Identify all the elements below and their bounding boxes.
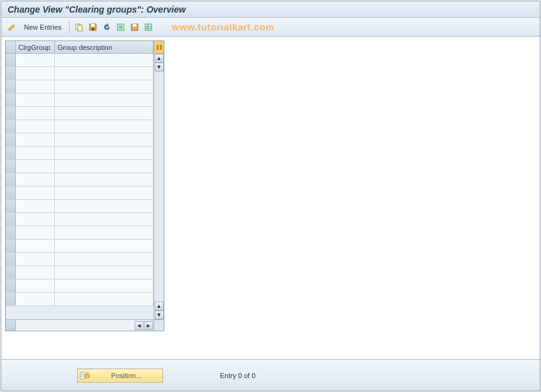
cell-description[interactable]	[55, 133, 154, 146]
cell-description[interactable]	[55, 293, 154, 305]
table-row[interactable]	[6, 120, 154, 133]
cell-clrggroup[interactable]	[16, 253, 55, 266]
table-row[interactable]	[6, 54, 154, 67]
row-selector[interactable]	[6, 213, 16, 226]
cell-clrggroup[interactable]	[16, 173, 55, 186]
table-row[interactable]	[6, 187, 154, 200]
column-header-description[interactable]: Group description	[55, 41, 154, 53]
cell-clrggroup[interactable]	[16, 213, 55, 226]
cell-clrggroup[interactable]	[16, 160, 55, 173]
cell-clrggroup[interactable]	[16, 54, 55, 66]
cell-clrggroup[interactable]	[16, 200, 55, 212]
table-row[interactable]	[6, 253, 154, 266]
row-selector[interactable]	[6, 147, 16, 159]
cell-clrggroup[interactable]	[16, 80, 55, 93]
row-selector[interactable]	[6, 80, 16, 93]
row-selector[interactable]	[6, 253, 16, 266]
row-selector[interactable]	[6, 107, 16, 119]
row-selector[interactable]	[6, 226, 16, 239]
table-row[interactable]	[6, 107, 154, 120]
cell-description[interactable]	[55, 213, 154, 226]
column-header-clrggroup[interactable]: ClrgGroup	[16, 41, 55, 53]
table-row[interactable]	[6, 67, 154, 80]
row-selector[interactable]	[6, 160, 16, 173]
row-selector[interactable]	[6, 293, 16, 305]
scroll-right-icon[interactable]: ►	[144, 321, 153, 330]
table-row[interactable]	[6, 133, 154, 147]
scroll-up2-icon[interactable]: ▲	[155, 302, 164, 310]
row-selector[interactable]	[6, 279, 16, 292]
save-variant-icon[interactable]	[87, 21, 99, 33]
select-all-rows-header[interactable]	[6, 41, 16, 53]
table-row[interactable]	[6, 160, 154, 173]
cell-description[interactable]	[55, 147, 154, 159]
new-entries-button[interactable]: New Entries	[20, 23, 65, 31]
copy-icon[interactable]	[73, 21, 85, 33]
row-selector[interactable]	[6, 240, 16, 252]
cell-description[interactable]	[55, 94, 154, 106]
cell-clrggroup[interactable]	[16, 293, 55, 305]
scroll-down-icon[interactable]: ▼	[155, 63, 164, 71]
cell-clrggroup[interactable]	[16, 240, 55, 252]
row-selector[interactable]	[6, 54, 16, 66]
cell-description[interactable]	[55, 240, 154, 252]
row-selector[interactable]	[6, 187, 16, 199]
row-selector[interactable]	[6, 173, 16, 186]
cell-clrggroup[interactable]	[16, 120, 55, 133]
cell-clrggroup[interactable]	[16, 107, 55, 119]
row-selector[interactable]	[6, 133, 16, 146]
hscroll-track[interactable]	[16, 320, 135, 331]
cell-description[interactable]	[55, 226, 154, 239]
cell-clrggroup[interactable]	[16, 266, 55, 279]
position-button[interactable]: Position...	[77, 369, 163, 383]
position-button-label: Position...	[92, 372, 161, 379]
edit-icon[interactable]	[6, 21, 18, 33]
scroll-left-icon[interactable]: ◄	[135, 321, 143, 330]
table-row[interactable]	[6, 279, 154, 293]
cell-clrggroup[interactable]	[16, 94, 55, 106]
table-row[interactable]	[6, 226, 154, 240]
cell-clrggroup[interactable]	[16, 147, 55, 159]
row-selector[interactable]	[6, 200, 16, 212]
scroll-down2-icon[interactable]: ▼	[155, 310, 164, 319]
table-row[interactable]	[6, 266, 154, 279]
cell-description[interactable]	[55, 253, 154, 266]
table-row[interactable]	[6, 240, 154, 253]
cell-description[interactable]	[55, 173, 154, 186]
table-row[interactable]	[6, 213, 154, 226]
cell-description[interactable]	[55, 107, 154, 119]
cell-clrggroup[interactable]	[16, 187, 55, 199]
deselect-all-icon[interactable]	[129, 21, 140, 33]
cell-description[interactable]	[55, 67, 154, 80]
cell-clrggroup[interactable]	[16, 133, 55, 146]
cell-description[interactable]	[55, 200, 154, 212]
cell-clrggroup[interactable]	[16, 67, 55, 80]
row-selector[interactable]	[6, 67, 16, 80]
cell-description[interactable]	[55, 187, 154, 199]
column-config-icon[interactable]	[154, 41, 164, 53]
cell-description[interactable]	[55, 279, 154, 292]
cell-description[interactable]	[55, 54, 154, 66]
cell-clrggroup[interactable]	[16, 279, 55, 292]
table-row[interactable]	[6, 147, 154, 160]
row-selector[interactable]	[6, 94, 16, 106]
cell-description[interactable]	[55, 120, 154, 133]
select-all-icon[interactable]	[115, 21, 126, 33]
scroll-up-icon[interactable]: ▲	[155, 54, 164, 63]
vertical-scrollbar[interactable]: ▲ ▼ ▲ ▼	[154, 54, 164, 319]
row-selector[interactable]	[6, 120, 16, 133]
cell-description[interactable]	[55, 160, 154, 173]
table-settings-icon[interactable]	[143, 21, 154, 33]
svg-rect-15	[160, 45, 162, 50]
table-row[interactable]	[6, 94, 154, 107]
table-row[interactable]	[6, 293, 154, 306]
table-row[interactable]	[6, 80, 154, 94]
application-toolbar: New Entries www.tutorialkart.com	[1, 18, 540, 37]
cell-clrggroup[interactable]	[16, 226, 55, 239]
table-row[interactable]	[6, 173, 154, 187]
cell-description[interactable]	[55, 266, 154, 279]
table-row[interactable]	[6, 200, 154, 213]
undo-icon[interactable]	[101, 21, 112, 33]
row-selector[interactable]	[6, 266, 16, 279]
cell-description[interactable]	[55, 80, 154, 93]
